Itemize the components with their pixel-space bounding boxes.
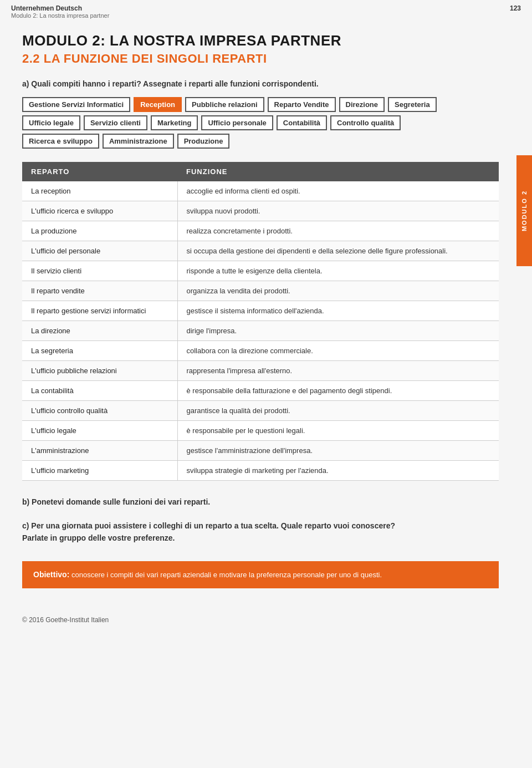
dept-tag[interactable]: Ufficio legale [22, 115, 80, 130]
cell-funzione: sviluppa nuovi prodotti. [177, 201, 499, 221]
table-row: L'ufficio legaleè responsabile per le qu… [22, 421, 499, 441]
section-c-line1: Per una giornata puoi assistere i colleg… [31, 521, 279, 530]
module-subtitle: 2.2 LA FUNZIONE DEI SINGOLI REPARTI [22, 52, 504, 66]
section-c: c) Per una giornata puoi assistere i col… [22, 520, 504, 545]
cell-reparto: L'ufficio legale [22, 421, 177, 441]
header: Unternehmen Deutsch Modulo 2: La nostra … [0, 0, 532, 21]
section-b-letter: b) [22, 497, 29, 506]
sidebar-tab: MODULO 2 [516, 155, 532, 266]
dept-tag[interactable]: Ricerca e sviluppo [22, 134, 99, 149]
cell-reparto: L'amministrazione [22, 441, 177, 461]
cell-reparto: La direzione [22, 321, 177, 341]
section-a-label: a) Quali compiti hanno i reparti? Assegn… [22, 79, 504, 88]
sidebar-tab-label: MODULO 2 [521, 190, 528, 231]
dept-tag[interactable]: Segreteria [388, 97, 437, 112]
footer-text: © 2016 Goethe-Institut Italien [22, 616, 109, 624]
cell-funzione: gestisce il sistema informatico dell'azi… [177, 301, 499, 321]
section-c-line2: Quale reparto vuoi conoscere? [281, 521, 395, 530]
section-b-text-content: Ponetevi domande sulle funzioni dei vari… [32, 497, 210, 506]
table-row: L'ufficio marketingsviluppa strategie di… [22, 461, 499, 481]
table-row: La segreteriacollabora con la direzione … [22, 341, 499, 361]
header-title: Unternehmen Deutsch [11, 4, 109, 12]
header-left: Unternehmen Deutsch Modulo 2: La nostra … [11, 4, 109, 19]
section-a-letter: a) [22, 79, 29, 88]
objective-box: Obiettivo: conoscere i compiti dei vari … [22, 561, 499, 588]
main-content: MODULO 2: LA NOSTRA IMPRESA PARTNER 2.2 … [0, 21, 532, 611]
cell-funzione: gestisce l'amministrazione dell'impresa. [177, 441, 499, 461]
dept-tag[interactable]: Direzione [339, 97, 385, 112]
table-header-row: REPARTO FUNZIONE [22, 162, 499, 181]
table-row: L'ufficio del personalesi occupa della g… [22, 241, 499, 261]
table-body: La receptionaccoglie ed informa clienti … [22, 181, 499, 481]
table-row: La contabilitàè responsabile della fattu… [22, 381, 499, 401]
table-row: La direzionedirige l'impresa. [22, 321, 499, 341]
module-title: MODULO 2: LA NOSTRA IMPRESA PARTNER [22, 32, 504, 49]
table-row: L'amministrazionegestisce l'amministrazi… [22, 441, 499, 461]
cell-funzione: collabora con la direzione commerciale. [177, 341, 499, 361]
page: MODULO 2 Unternehmen Deutsch Modulo 2: L… [0, 0, 532, 768]
section-b: b) Ponetevi domande sulle funzioni dei v… [22, 497, 504, 506]
table-row: L'ufficio pubbliche relazionirappresenta… [22, 361, 499, 381]
table-row: Il reparto gestione servizi informaticig… [22, 301, 499, 321]
cell-funzione: realizza concretamente i prodotti. [177, 221, 499, 241]
dept-tag[interactable]: Reception [134, 97, 182, 112]
cell-reparto: La reception [22, 181, 177, 201]
dept-tag[interactable]: Ufficio personale [201, 115, 273, 130]
cell-reparto: L'ufficio ricerca e sviluppo [22, 201, 177, 221]
table-row: Il servizio clientirisponde a tutte le e… [22, 261, 499, 281]
table-row: Il reparto venditeorganizza la vendita d… [22, 281, 499, 301]
section-a-text-content: Quali compiti hanno i reparti? Assegnate… [31, 79, 318, 88]
objective-label: Obiettivo: [33, 570, 69, 579]
cell-reparto: Il reparto vendite [22, 281, 177, 301]
dept-tag[interactable]: Servizio clienti [84, 115, 147, 130]
cell-funzione: è responsabile per le questioni legali. [177, 421, 499, 441]
cell-funzione: è responsabile della fatturazione e del … [177, 381, 499, 401]
cell-funzione: garantisce la qualità dei prodotti. [177, 401, 499, 421]
cell-funzione: si occupa della gestione dei dipendenti … [177, 241, 499, 261]
cell-reparto: La segreteria [22, 341, 177, 361]
dept-tag[interactable]: Reparto Vendite [268, 97, 336, 112]
cell-reparto: L'ufficio marketing [22, 461, 177, 481]
section-c-line3: Parlate in gruppo delle vostre preferenz… [22, 533, 175, 542]
table-row: L'ufficio ricerca e svilupposviluppa nuo… [22, 201, 499, 221]
cell-reparto: La contabilità [22, 381, 177, 401]
cell-reparto: L'ufficio del personale [22, 241, 177, 261]
cell-reparto: Il servizio clienti [22, 261, 177, 281]
table-row: L'ufficio controllo qualitàgarantisce la… [22, 401, 499, 421]
cell-funzione: risponde a tutte le esigenze della clien… [177, 261, 499, 281]
footer: © 2016 Goethe-Institut Italien [0, 611, 532, 629]
col-reparto: REPARTO [22, 162, 177, 181]
cell-funzione: organizza la vendita dei prodotti. [177, 281, 499, 301]
col-funzione: FUNZIONE [177, 162, 499, 181]
header-page: 123 [510, 4, 521, 12]
dept-tag[interactable]: Amministrazione [103, 134, 174, 149]
objective-text: Obiettivo: conoscere i compiti dei vari … [33, 569, 488, 581]
dept-tag[interactable]: Pubbliche relazioni [185, 97, 264, 112]
cell-reparto: L'ufficio pubbliche relazioni [22, 361, 177, 381]
cell-reparto: Il reparto gestione servizi informatici [22, 301, 177, 321]
table-row: La receptionaccoglie ed informa clienti … [22, 181, 499, 201]
cell-funzione: accoglie ed informa clienti ed ospiti. [177, 181, 499, 201]
dept-tag[interactable]: Gestione Servizi Informatici [22, 97, 130, 112]
dept-table: REPARTO FUNZIONE La receptionaccoglie ed… [22, 162, 499, 481]
cell-reparto: La produzione [22, 221, 177, 241]
dept-tag[interactable]: Controllo qualità [330, 115, 401, 130]
dept-tag[interactable]: Contabilità [277, 115, 327, 130]
cell-reparto: L'ufficio controllo qualità [22, 401, 177, 421]
section-c-letter: c) [22, 521, 29, 530]
objective-content: conoscere i compiti dei vari reparti azi… [71, 571, 382, 579]
dept-tag[interactable]: Produzione [177, 134, 230, 149]
header-subtitle: Modulo 2: La nostra impresa partner [11, 12, 109, 19]
cell-funzione: rappresenta l'impresa all'esterno. [177, 361, 499, 381]
cell-funzione: sviluppa strategie di marketing per l'az… [177, 461, 499, 481]
cell-funzione: dirige l'impresa. [177, 321, 499, 341]
table-row: La produzionerealizza concretamente i pr… [22, 221, 499, 241]
tags-container: Gestione Servizi InformaticiReceptionPub… [22, 97, 454, 149]
dept-tag[interactable]: Marketing [151, 115, 198, 130]
